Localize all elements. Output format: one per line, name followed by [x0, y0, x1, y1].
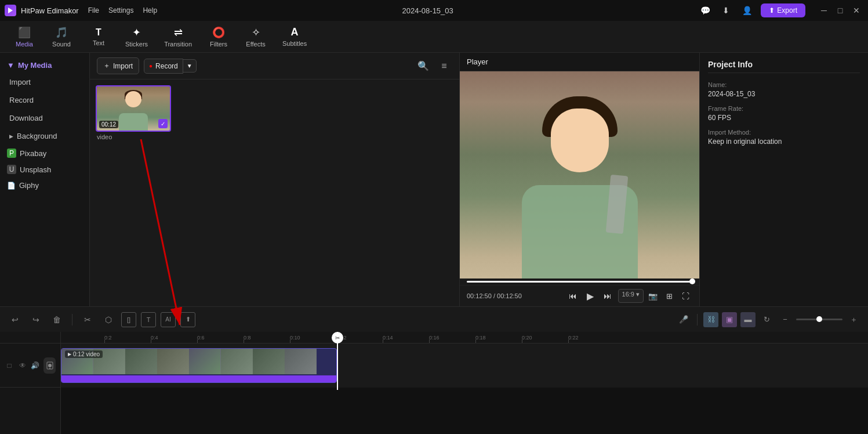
sidebar-item-unsplash[interactable]: U Unsplash — [0, 161, 89, 178]
loop-button[interactable]: ↻ — [759, 312, 774, 327]
clip-frames — [61, 349, 336, 374]
record-dropdown-arrow[interactable]: ▼ — [183, 59, 197, 73]
add-media-track-button[interactable] — [43, 357, 56, 374]
video-track: ▶ 0:12 video — [61, 343, 868, 388]
menu-settings[interactable]: Settings — [108, 6, 133, 15]
progress-handle[interactable] — [689, 279, 695, 284]
menu-bar: File Settings Help — [88, 6, 157, 15]
split-view-button[interactable]: ▣ — [722, 312, 737, 327]
toolbar-transition[interactable]: ⇌ Transition — [157, 23, 199, 51]
app-name: HitPaw Edimakor — [21, 6, 79, 15]
download-icon[interactable]: ⬇ — [719, 3, 733, 17]
half-view-button[interactable]: ▬ — [740, 312, 756, 327]
maximize-button[interactable]: □ — [833, 3, 847, 17]
sidebar-item-background[interactable]: ▶ Background — [0, 127, 89, 145]
cut-button[interactable]: ✂ — [79, 312, 96, 328]
zoom-slider[interactable] — [796, 319, 842, 320]
record-button[interactable]: ● Record — [144, 59, 183, 74]
face-shape — [551, 108, 609, 172]
clip-frame-7 — [253, 349, 285, 374]
ruler-tick-10 — [522, 339, 522, 343]
stickers-icon: ✦ — [132, 26, 141, 39]
zoom-out-button[interactable]: − — [778, 312, 793, 327]
svg-point-2 — [48, 364, 52, 367]
import-method-value: Keep in original location — [708, 138, 860, 146]
sidebar-pixabay-label: Pixabay — [20, 149, 46, 158]
current-time: 00:12:50 — [467, 292, 492, 299]
clip-button[interactable]: [] — [121, 312, 136, 327]
app-logo — [5, 5, 16, 16]
sidebar-item-download[interactable]: Download — [0, 109, 89, 127]
ruler-0-4: 0:4 — [151, 335, 158, 341]
unsplash-icon: U — [7, 165, 16, 174]
sidebar-giphy-label: Giphy — [19, 181, 39, 190]
playhead[interactable]: ✂ — [337, 332, 338, 390]
sidebar-item-giphy[interactable]: 📄 Giphy — [0, 178, 89, 193]
close-button[interactable]: ✕ — [849, 3, 863, 17]
player-header: Player — [460, 53, 699, 71]
toolbar-media[interactable]: ⬛ Media — [7, 23, 42, 51]
track-lock-icon[interactable]: □ — [5, 359, 14, 372]
menu-help[interactable]: Help — [143, 6, 157, 15]
grid-button[interactable]: ⊞ — [662, 289, 676, 303]
redo-button[interactable]: ↪ — [28, 312, 44, 328]
frame-rate-value: 60 FPS — [708, 114, 860, 122]
track-audio-icon[interactable]: 🔊 — [31, 359, 40, 372]
project-name-value: 2024-08-15_03 — [708, 90, 860, 98]
toolbar-subtitles[interactable]: A Subtitles — [275, 23, 314, 50]
fullscreen-button[interactable]: ⛶ — [678, 289, 692, 303]
sidebar-my-media-header[interactable]: ▼ My Media — [0, 57, 89, 73]
stickers-label: Stickers — [125, 41, 148, 48]
play-button[interactable]: ▶ — [583, 289, 597, 303]
sidebar-item-pixabay[interactable]: P Pixabay — [0, 145, 89, 161]
track-eye-icon[interactable]: 👁 — [17, 359, 27, 372]
toolbar-text[interactable]: T Text — [81, 24, 116, 50]
import-plus-icon: ＋ — [103, 61, 110, 71]
list-view-button[interactable]: ≡ — [436, 58, 452, 74]
mask-button[interactable]: ⬆ — [180, 312, 195, 327]
aspect-ratio-selector[interactable]: 16:9 ▾ — [618, 289, 644, 303]
link-audio-button[interactable]: ⛓ — [703, 312, 718, 327]
undo-button[interactable]: ↩ — [7, 312, 23, 328]
chat-icon[interactable]: 💬 — [698, 3, 712, 17]
step-forward-button[interactable]: ⏭ — [601, 289, 615, 303]
clip-frame-4 — [157, 349, 189, 374]
filters-icon: ⭕ — [212, 26, 225, 39]
sidebar-item-record[interactable]: Record — [0, 91, 89, 109]
export-button[interactable]: ⬆ Export — [761, 3, 805, 17]
import-button[interactable]: ＋ Import — [97, 57, 139, 74]
progress-bar-container[interactable] — [467, 281, 692, 283]
screenshot-button[interactable]: 📷 — [646, 289, 660, 303]
toolbar-sound[interactable]: 🎵 Sound — [44, 23, 79, 51]
minimize-button[interactable]: ─ — [817, 3, 831, 17]
menu-file[interactable]: File — [88, 6, 99, 15]
toolbar-filters[interactable]: ⭕ Filters — [201, 23, 236, 51]
ruler-0-6: 0:6 — [197, 335, 205, 341]
toolbar-stickers[interactable]: ✦ Stickers — [118, 23, 155, 51]
sidebar-header-label: My Media — [18, 61, 52, 70]
toolbar-effects[interactable]: ✧ Effects — [238, 23, 273, 51]
video-bg — [460, 71, 699, 279]
ai-button[interactable]: AI — [161, 312, 176, 327]
player-progress[interactable] — [460, 279, 699, 285]
timeline-toolbar: ↩ ↪ 🗑 ✂ ⬡ [] T AI ⬆ 🎤 ⛓ ▣ ▬ ↻ − ＋ — [0, 306, 868, 332]
video-frame — [460, 71, 699, 279]
project-info-title: Project Info — [708, 60, 860, 73]
video-clip[interactable]: ▶ 0:12 video — [61, 348, 337, 383]
check-badge: ✓ — [158, 119, 168, 128]
text-track-button[interactable]: T — [141, 312, 156, 327]
keyframe-button[interactable]: ⬡ — [100, 312, 117, 328]
delete-button[interactable]: 🗑 — [49, 312, 65, 328]
microphone-button[interactable]: 🎤 — [676, 312, 691, 327]
ruler-0-18: 0:18 — [475, 335, 486, 341]
search-button[interactable]: 🔍 — [415, 58, 431, 74]
account-icon[interactable]: 👤 — [740, 3, 754, 17]
media-item-video[interactable]: 00:12 ✓ video — [96, 85, 171, 140]
step-back-button[interactable]: ⏮ — [566, 289, 580, 303]
zoom-in-button[interactable]: ＋ — [846, 312, 861, 327]
player-controls: 00:12:50 / 00:12:50 ⏮ ▶ ⏭ 16:9 ▾ 📷 ⊞ ⛶ — [460, 285, 699, 306]
main-toolbar: ⬛ Media 🎵 Sound T Text ✦ Stickers ⇌ Tran… — [0, 21, 868, 53]
timeline-area: ↩ ↪ 🗑 ✂ ⬡ [] T AI ⬆ 🎤 ⛓ ▣ ▬ ↻ − ＋ — [0, 306, 868, 434]
sidebar-item-import[interactable]: Import — [0, 73, 89, 91]
text-icon: T — [96, 27, 101, 38]
